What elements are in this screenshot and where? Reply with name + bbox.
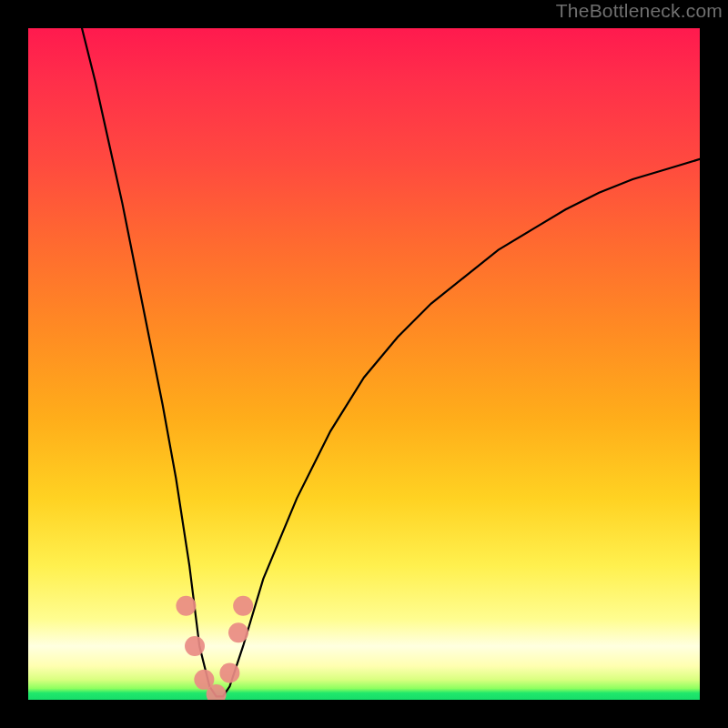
curve-marker — [228, 622, 248, 642]
chart-plot-area — [28, 28, 700, 700]
curve-marker — [176, 596, 196, 616]
bottleneck-curve — [82, 28, 700, 696]
curve-marker — [185, 636, 205, 656]
watermark-text: TheBottleneck.com — [556, 0, 723, 22]
chart-svg — [28, 28, 700, 700]
curve-marker — [233, 596, 253, 616]
curve-marker — [219, 662, 239, 682]
